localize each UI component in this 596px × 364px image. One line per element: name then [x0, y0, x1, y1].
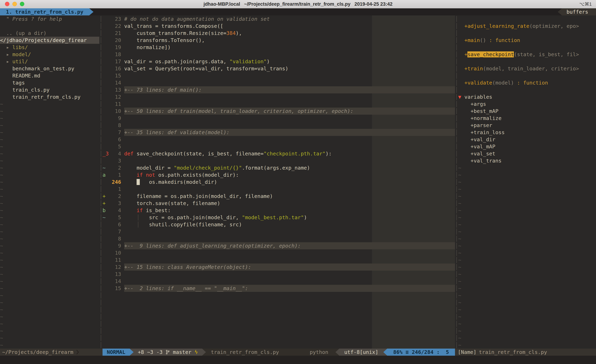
- code-line[interactable]: 7: [103, 228, 455, 235]
- tagbar-content: +adjust_learning_rate(optimizer, epo> +m…: [458, 15, 596, 349]
- tag-item[interactable]: +adjust_learning_rate(optimizer, epo>: [458, 22, 596, 29]
- fold-line[interactable]: 13 +-- 73 lines: def main():: [103, 86, 455, 93]
- code-line[interactable]: 16 val_set = QuerySet(root=val_dir, tran…: [103, 65, 455, 72]
- powerline-separator-icon: [335, 349, 339, 356]
- vim-windows: " Press ? for help .. (up a dir)</jdhao/…: [0, 15, 596, 349]
- empty-line-tilde: ~: [458, 299, 596, 306]
- code-line[interactable]: 6 │ shutil.copyfile(filename, src): [103, 221, 455, 228]
- tag-item[interactable]: +train(model, train_loader, criterio>: [458, 65, 596, 72]
- empty-line-tilde: ~: [0, 249, 99, 256]
- empty-line-tilde: ~: [0, 186, 99, 193]
- code-line[interactable]: 6: [103, 136, 455, 143]
- screen: jdhao-MBP.local ~/Projects/deep_firearm/…: [0, 0, 596, 364]
- filename-section: train_retr_from_cls.py python: [206, 349, 335, 356]
- encoding-indicator: utf-8[unix]: [339, 349, 383, 356]
- buffer-tab[interactable]: 1. train_retr_from_cls.py: [0, 8, 89, 15]
- code-line[interactable]: 12: [103, 93, 455, 101]
- code-line[interactable]: 13: [103, 271, 455, 278]
- empty-line-tilde: ~: [0, 171, 99, 178]
- empty-line-tilde: ~: [0, 150, 99, 157]
- code-line[interactable]: 11: [103, 256, 455, 263]
- tree-item[interactable]: </jdhao/Projects/deep_firear: [0, 37, 99, 44]
- code-line[interactable]: 21 custom_transform.Resize(size=384),: [103, 29, 455, 37]
- code-line[interactable]: +2 filename = os.path.join(model_dir, fi…: [103, 193, 455, 200]
- tree-item[interactable]: .. (up a dir): [0, 29, 99, 37]
- empty-line: [103, 342, 455, 349]
- code-line[interactable]: 15: [103, 72, 455, 79]
- code-line[interactable]: 11: [103, 101, 455, 108]
- code-line[interactable]: b4 if is_best:: [103, 207, 455, 214]
- empty-line-tilde: ~: [458, 313, 596, 320]
- empty-line-tilde: ~: [458, 214, 596, 221]
- empty-line: [103, 313, 455, 320]
- tag-item[interactable]: +main() : function: [458, 37, 596, 44]
- position-indicator: 86% ≡ 246/284 : 5: [387, 349, 455, 356]
- tag-item[interactable]: +val_trans: [458, 157, 596, 164]
- code-line[interactable]: ~2 model_dir = "model/check_point/{}".fo…: [103, 164, 455, 171]
- tag-item[interactable]: ▼ variables: [458, 93, 596, 101]
- fold-line[interactable]: 10 +-- 50 lines: def train(model, train_…: [103, 108, 455, 115]
- tree-item[interactable]: benchmark_on_test.py: [0, 65, 99, 72]
- code-line[interactable]: 9: [103, 115, 455, 122]
- empty-line-tilde: ~: [0, 122, 99, 129]
- tag-item[interactable]: +val_set: [458, 150, 596, 157]
- code-line[interactable]: 19 normalize]): [103, 44, 455, 51]
- code-line[interactable]: 5: [103, 143, 455, 150]
- powerline-separator-icon: [202, 349, 206, 356]
- tree-item[interactable]: train_cls.py: [0, 86, 99, 93]
- tree-item[interactable]: ▸ util/: [0, 58, 99, 65]
- tree-item[interactable]: " Press ? for help: [0, 15, 99, 22]
- tag-item[interactable]: +train_loss: [458, 129, 596, 136]
- code-line[interactable]: 1: [103, 186, 455, 193]
- tabline: 1. train_retr_from_cls.py buffers: [0, 8, 596, 15]
- tree-item[interactable]: ▸ model/: [0, 51, 99, 58]
- empty-line-tilde: ~: [458, 228, 596, 235]
- code-line[interactable]: ~5 │ src = os.path.join(model_dir, "mode…: [103, 214, 455, 221]
- tree-item[interactable]: ▸ libs/: [0, 44, 99, 51]
- tag-item[interactable]: +save_checkpoint(state, is_best, fil>: [458, 51, 596, 58]
- tag-item[interactable]: +val_mAP: [458, 143, 596, 150]
- tree-item[interactable]: train_retr_from_cls.py: [0, 93, 99, 101]
- code-line[interactable]: +3 torch.save(state, filename): [103, 200, 455, 207]
- empty-line-tilde: ~: [0, 306, 99, 313]
- tree-item[interactable]: tags: [0, 79, 99, 86]
- code-line[interactable]: 10: [103, 249, 455, 256]
- tag-item[interactable]: +val_dir: [458, 136, 596, 143]
- empty-line-tilde: ~: [0, 221, 99, 228]
- fold-line[interactable]: 12 +-- 15 lines: class AverageMeter(obje…: [103, 263, 455, 271]
- tagbar-status-file: train_retr_from_cls.py: [479, 349, 547, 356]
- code-line[interactable]: 17 val_dir = os.path.join(args.data, "va…: [103, 58, 455, 65]
- code-line[interactable]: 14: [103, 79, 455, 86]
- tag-item: [458, 86, 596, 93]
- code-line[interactable]: 22 val_trans = transforms.Compose([: [103, 22, 455, 29]
- fold-line[interactable]: 15 +-- 2 lines: if __name__ == "__main__…: [103, 285, 455, 292]
- vertical-split-left[interactable]: │ │ │ │ │ │ │ │ │ │ │ │ │ │ │ │ │ │ │ │ …: [99, 15, 103, 349]
- tag-item[interactable]: +parser: [458, 122, 596, 129]
- tree-item: [0, 22, 99, 29]
- code-line[interactable]: 23 # do not do data augmentation on vali…: [103, 15, 455, 22]
- empty-line: [103, 335, 455, 342]
- tag-item[interactable]: +args: [458, 101, 596, 108]
- code-line[interactable]: 20 transforms.ToTensor(),: [103, 37, 455, 44]
- nerdtree-path: ~/Projects/deep_firearm: [2, 349, 74, 356]
- tagbar-statusline: [Name] train_retr_from_cls.py: [455, 349, 596, 356]
- code-line[interactable]: 8: [103, 235, 455, 242]
- buffers-label[interactable]: buffers: [562, 8, 596, 15]
- tag-item[interactable]: +normalize: [458, 115, 596, 122]
- code-line[interactable]: 246 os.makedirs(model_dir): [103, 178, 455, 186]
- code-line[interactable]: 14: [103, 278, 455, 285]
- fold-line[interactable]: 7 +-- 35 lines: def validate(model):: [103, 129, 455, 136]
- code-line[interactable]: 18: [103, 51, 455, 58]
- command-line[interactable]: [0, 356, 596, 364]
- code-line[interactable]: 8: [103, 122, 455, 129]
- code-line[interactable]: 3: [103, 157, 455, 164]
- tree-item[interactable]: README.md: [0, 72, 99, 79]
- tag-item[interactable]: +best_mAP: [458, 108, 596, 115]
- tag-item[interactable]: +validate(model) : function: [458, 79, 596, 86]
- code-line[interactable]: a1 if not os.path.exists(model_dir):: [103, 171, 455, 178]
- code-line[interactable]: _34 def save_checkpoint(state, is_best, …: [103, 150, 455, 157]
- chevron-right-icon: [76, 349, 79, 355]
- fold-line[interactable]: 9 +-- 9 lines: def adjust_learning_rate(…: [103, 242, 455, 249]
- empty-line-tilde: ~: [0, 256, 99, 263]
- vertical-split-right[interactable]: │ │ │ │ │ │ │ │ │ │ │ │ │ │ │ │ │ │ │ │ …: [455, 15, 458, 349]
